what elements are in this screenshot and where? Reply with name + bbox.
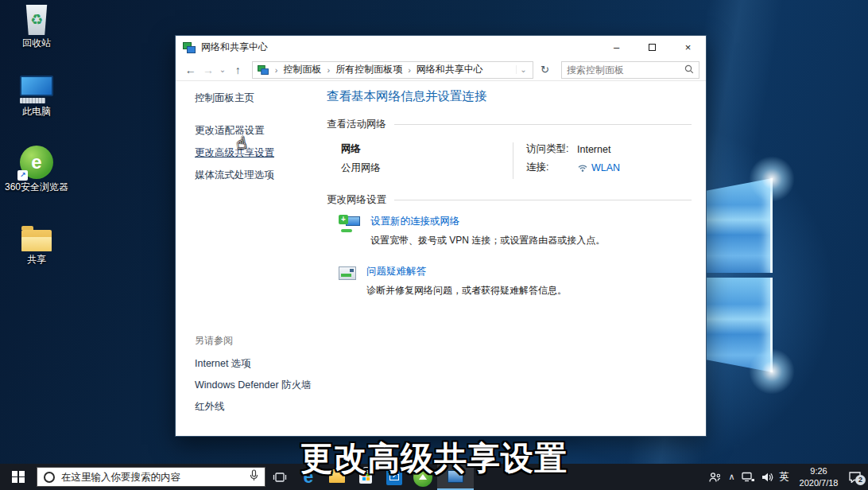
breadcrumb-separator-icon: ›	[408, 65, 411, 75]
see-also-section: 另请参阅 Internet 选项 Windows Defender 防火墙 红外…	[195, 334, 312, 422]
microphone-icon	[250, 469, 258, 484]
breadcrumb-all-items[interactable]: 所有控制面板项	[335, 63, 402, 76]
wlan-link[interactable]: WLAN	[591, 162, 620, 173]
address-dropdown-icon[interactable]: ⌄	[516, 65, 529, 74]
section-view-active-networks: 查看活动网络	[327, 118, 692, 131]
sidebar-item-internet-options[interactable]: Internet 选项	[195, 357, 312, 371]
subtitle-overlay: 更改高级共享设置	[300, 437, 568, 480]
section-change-network-settings: 更改网络设置	[327, 193, 692, 207]
clock-time: 9:26	[796, 465, 842, 476]
network-sharing-center-icon	[183, 42, 196, 53]
shortcut-arrow-icon: ↗	[17, 170, 28, 181]
navigation-bar: ← → ⌄ ↑ › 控制面板 › 所有控制面板项 › 网络和共享中心 ⌄ ↻	[176, 59, 706, 81]
sidebar-item-change-adapter-settings[interactable]: 更改适配器设置	[195, 124, 327, 138]
breadcrumb-control-panel[interactable]: 控制面板	[284, 63, 322, 76]
input-language-indicator[interactable]: 英	[780, 470, 790, 484]
volume-icon[interactable]	[761, 472, 773, 483]
network-profile: 公用网络	[341, 161, 513, 175]
troubleshoot-item[interactable]: 问题疑难解答 诊断并修复网络问题，或者获得疑难解答信息。	[339, 265, 692, 298]
breadcrumb-current[interactable]: 网络和共享中心	[417, 63, 483, 76]
browser-letter: e	[31, 151, 41, 173]
setup-new-connection-item[interactable]: + 设置新的连接或网络 设置宽带、拨号或 VPN 连接；或设置路由器或接入点。	[339, 215, 692, 247]
sidebar: 控制面板主页 更改适配器设置 更改高级共享设置 媒体流式处理选项 另请参阅 In…	[176, 81, 327, 436]
maximize-button[interactable]	[634, 36, 670, 59]
sidebar-item-windows-defender-firewall[interactable]: Windows Defender 防火墙	[195, 379, 312, 392]
desktop-icon-this-pc[interactable]: 此电脑	[0, 76, 73, 118]
column-divider	[513, 142, 513, 179]
windows-logo-icon	[12, 471, 25, 484]
setup-new-connection-desc: 设置宽带、拨号或 VPN 连接；或设置路由器或接入点。	[370, 234, 605, 247]
desktop-icon-label: 回收站	[3, 38, 70, 49]
notification-badge: 2	[855, 475, 866, 485]
desktop-icon-recycle-bin[interactable]: ♻ 回收站	[0, 5, 73, 49]
new-connection-icon: +	[339, 215, 360, 233]
recycle-glyph: ♻	[30, 11, 43, 29]
window-content: 控制面板主页 更改适配器设置 更改高级共享设置 媒体流式处理选项 另请参阅 In…	[176, 81, 706, 436]
maximize-icon	[649, 44, 656, 51]
show-hidden-icons-chevron[interactable]: ∧	[728, 472, 734, 482]
taskbar-search-input[interactable]	[61, 472, 243, 483]
minimize-button[interactable]: –	[599, 36, 634, 59]
search-input[interactable]	[567, 64, 684, 76]
taskbar-clock[interactable]: 9:26 2020/7/18	[796, 465, 842, 488]
main-pane: 查看基本网络信息并设置连接 查看活动网络 网络 公用网络 访问类型: Inter…	[327, 81, 706, 436]
window-title: 网络和共享中心	[201, 41, 268, 54]
system-tray: ∧ 英 9:26 2020/7/18 2	[708, 464, 868, 490]
troubleshoot-link[interactable]: 问题疑难解答	[366, 265, 567, 278]
desktop-icon-360-browser[interactable]: e ↗ 360安全浏览器	[0, 146, 73, 193]
active-network-panel: 网络 公用网络 访问类型: Internet 连接: WLAN	[341, 142, 692, 179]
breadcrumb-separator-icon: ›	[275, 65, 278, 75]
desktop-icon-label: 此电脑	[3, 107, 70, 118]
up-button[interactable]: ↑	[231, 64, 244, 76]
wifi-icon	[577, 163, 588, 173]
access-type-label: 访问类型:	[526, 142, 577, 156]
network-tray-icon[interactable]	[742, 472, 755, 482]
refresh-button[interactable]: ↻	[537, 64, 552, 76]
folder-icon	[21, 230, 52, 251]
start-button[interactable]	[0, 464, 37, 490]
recent-pages-dropdown[interactable]: ⌄	[219, 65, 227, 74]
sidebar-item-infrared[interactable]: 红外线	[195, 400, 312, 414]
network-name: 网络	[341, 142, 513, 156]
clock-date: 2020/7/18	[796, 477, 842, 488]
sidebar-item-control-panel-home[interactable]: 控制面板主页	[195, 91, 327, 105]
recycle-bin-icon: ♻	[25, 5, 48, 35]
close-button[interactable]: ×	[670, 36, 706, 59]
sidebar-item-media-streaming-options[interactable]: 媒体流式处理选项	[195, 169, 327, 182]
cortana-icon	[44, 472, 55, 483]
control-panel-searchbox[interactable]	[561, 61, 699, 79]
search-icon	[684, 63, 694, 77]
sidebar-item-change-advanced-sharing[interactable]: 更改高级共享设置	[195, 146, 327, 160]
see-also-header: 另请参阅	[195, 334, 312, 348]
desktop-icon-shared-folder[interactable]: 共享	[0, 230, 73, 266]
breadcrumb-separator-icon: ›	[327, 65, 331, 75]
troubleshoot-icon	[339, 266, 356, 280]
action-center-button[interactable]: 2	[848, 471, 862, 483]
task-view-icon	[273, 472, 287, 483]
people-icon[interactable]	[708, 472, 722, 483]
breadcrumb: › 控制面板 › 所有控制面板项 › 网络和共享中心	[257, 63, 516, 76]
this-pc-icon	[20, 76, 53, 103]
troubleshoot-desc: 诊断并修复网络问题，或者获得疑难解答信息。	[366, 284, 567, 298]
taskbar-search[interactable]	[37, 467, 265, 487]
desktop-icon-label: 共享	[3, 255, 70, 266]
task-view-button[interactable]	[265, 464, 294, 490]
forward-button[interactable]: →	[201, 64, 215, 76]
page-title: 查看基本网络信息并设置连接	[327, 88, 692, 105]
address-location-icon	[258, 65, 269, 75]
window-titlebar[interactable]: 网络和共享中心 – ×	[176, 36, 706, 59]
logo-corner-glow	[749, 348, 795, 395]
address-bar[interactable]: › 控制面板 › 所有控制面板项 › 网络和共享中心 ⌄	[252, 61, 533, 79]
connection-label: 连接:	[526, 161, 577, 174]
access-type-value: Internet	[577, 144, 610, 155]
360-browser-icon: e ↗	[20, 146, 53, 179]
logo-corner-glow	[749, 156, 795, 202]
back-button[interactable]: ←	[184, 64, 197, 76]
setup-new-connection-link[interactable]: 设置新的连接或网络	[370, 215, 605, 228]
network-sharing-center-window: 网络和共享中心 – × ← → ⌄ ↑ › 控制面板 › 所有控制面板项 › 网…	[175, 35, 707, 437]
desktop-icon-label: 360安全浏览器	[3, 182, 70, 193]
